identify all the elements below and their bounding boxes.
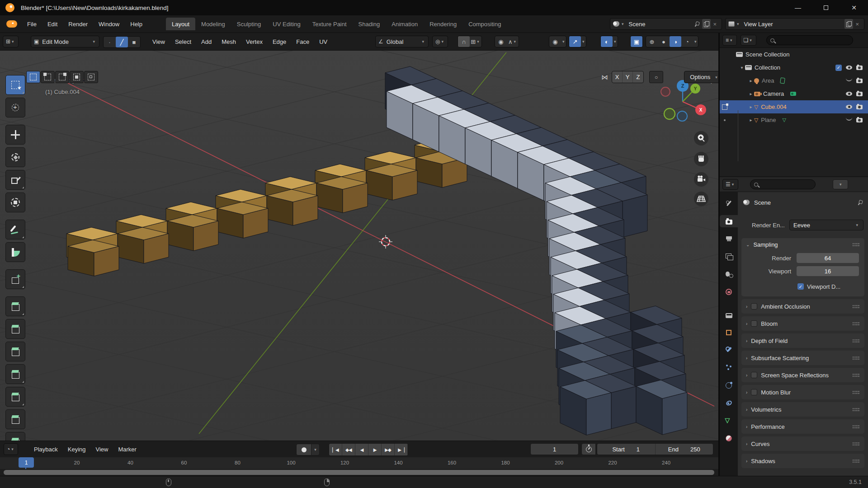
tool-transform[interactable]	[5, 192, 25, 212]
outliner-row-area[interactable]: ▸Area	[720, 74, 868, 87]
overlays-dropdown[interactable]: ▾	[614, 39, 616, 44]
workspace-tab-rendering[interactable]: Rendering	[424, 18, 462, 30]
timeline-menu-marker[interactable]: Marker	[113, 443, 141, 455]
drag-handle-icon[interactable]	[852, 425, 860, 429]
viewport-denoise-checkbox[interactable]: ✓	[797, 283, 804, 290]
timeline-menu-view[interactable]: View	[91, 443, 113, 455]
camera-visibility-icon[interactable]	[856, 118, 863, 122]
drag-handle-icon[interactable]	[852, 373, 860, 377]
menu-help[interactable]: Help	[125, 18, 148, 30]
next-keyframe-button[interactable]: ▶◆	[382, 444, 395, 455]
tool-rotate[interactable]	[5, 147, 25, 167]
pickaxe-handle[interactable]	[66, 139, 467, 276]
start-frame-field[interactable]: Start 1	[597, 444, 656, 455]
menu-edit[interactable]: Edit	[42, 18, 63, 30]
properties-tab-collection[interactable]	[720, 309, 738, 321]
drag-handle-icon[interactable]	[852, 339, 860, 343]
viewport-canvas[interactable]: ZYX User Perspective (1) Cube.004 ‹ ⋈ XY…	[0, 51, 718, 441]
eye-open-icon[interactable]	[846, 105, 852, 109]
workspace-tab-texture-paint[interactable]: Texture Paint	[307, 18, 353, 30]
current-frame-field[interactable]: 1	[530, 443, 579, 455]
options-dropdown[interactable]: Options▾	[684, 71, 718, 83]
properties-tab-particles[interactable]	[720, 361, 738, 374]
viewport-menu-select[interactable]: Select	[170, 36, 196, 47]
visibility-dropdown[interactable]: ◉▾	[549, 36, 566, 47]
timeline-ruler[interactable]: 20406080100120140160180200220240 1	[0, 457, 718, 469]
tool-add-cube[interactable]	[5, 269, 25, 289]
proportional-falloff-dropdown[interactable]: ∧▾	[507, 36, 519, 47]
viewport-menu-face[interactable]: Face	[291, 36, 314, 47]
properties-tab-constraints[interactable]	[720, 397, 738, 409]
workspace-tab-uv-editing[interactable]: UV Editing	[267, 18, 306, 30]
outliner-row-collection[interactable]: ▾Collection✓	[720, 61, 868, 74]
menu-file[interactable]: File	[22, 18, 42, 30]
expand-arrow[interactable]: ▸	[748, 78, 754, 83]
outliner-filter-button[interactable]: ❏▾	[741, 35, 756, 46]
viewport-menu-uv[interactable]: UV	[314, 36, 332, 47]
mirror-y-button[interactable]: Y	[623, 71, 633, 83]
close-button[interactable]: ✕	[840, 0, 868, 15]
transform-orientation-dropdown[interactable]: ∠ Global ▾	[375, 36, 429, 47]
workspace-tab-sculpting[interactable]: Sculpting	[231, 18, 267, 30]
properties-tab-material[interactable]	[720, 432, 738, 444]
snap-target-dropdown[interactable]: ⊞▾	[470, 36, 481, 47]
tool-select-box[interactable]	[5, 75, 25, 95]
sampling-panel-header[interactable]: ⌄ Sampling	[741, 238, 864, 251]
view-layer-selector[interactable]: ▾ View Layer ×	[725, 18, 864, 30]
outliner-row-plane[interactable]: ▸▽Plane▽	[720, 113, 868, 127]
outliner-search-field[interactable]	[766, 35, 853, 45]
wireframe-shading-button[interactable]: ⊕	[646, 36, 658, 47]
remove-view-layer-button[interactable]: ×	[853, 21, 861, 28]
pin-icon[interactable]	[694, 21, 699, 27]
eye-closed-icon[interactable]	[846, 78, 852, 81]
proportional-edit-toggle[interactable]: ◉	[495, 36, 507, 47]
eye-closed-icon[interactable]	[846, 117, 852, 121]
jump-to-end-button[interactable]: ▶▕	[395, 444, 408, 455]
mirror-x-button[interactable]: X	[612, 71, 623, 83]
timeline-menu-playback[interactable]: Playback	[29, 443, 63, 455]
menu-window[interactable]: Window	[93, 18, 125, 30]
blender-menu-icon[interactable]	[6, 20, 17, 28]
drag-handle-icon[interactable]	[852, 459, 860, 463]
workspace-tab-compositing[interactable]: Compositing	[462, 18, 507, 30]
unlink-scene-button[interactable]: ×	[711, 21, 719, 28]
properties-editor-type-button[interactable]: ☰▾	[722, 179, 738, 190]
properties-tab-modifiers[interactable]	[720, 344, 738, 356]
tool-inset-faces[interactable]	[5, 319, 25, 339]
maximize-button[interactable]	[812, 0, 840, 15]
vertex-select-button[interactable]: ∙	[104, 37, 116, 47]
drag-handle-icon[interactable]	[852, 390, 860, 394]
proportional-projected-button[interactable]: ○	[649, 71, 663, 83]
properties-tab-output[interactable]	[720, 233, 738, 245]
camera-visibility-icon[interactable]	[856, 79, 863, 83]
properties-tab-scene[interactable]	[720, 268, 738, 280]
playhead[interactable]: 1	[19, 457, 34, 468]
zoom-button[interactable]	[694, 131, 708, 145]
panel-checkbox[interactable]	[751, 372, 757, 378]
show-gizmo-button[interactable]: ↗	[569, 36, 581, 47]
edge-select-button[interactable]: ╱	[116, 37, 128, 47]
drag-handle-icon[interactable]	[852, 305, 860, 309]
expand-arrow[interactable]: ▾	[739, 65, 745, 70]
play-button[interactable]: ▶	[368, 444, 382, 455]
render-engine-dropdown[interactable]: Eevee ▾	[789, 220, 863, 230]
menu-render[interactable]: Render	[63, 18, 93, 30]
camera-visibility-icon[interactable]	[856, 66, 863, 70]
toggle-ortho-button[interactable]	[694, 192, 708, 206]
jump-to-start-button[interactable]: ▏◀	[329, 444, 342, 455]
tool-cursor[interactable]	[5, 98, 25, 117]
tool-spin[interactable]	[5, 432, 25, 441]
auto-keying-button[interactable]	[296, 444, 311, 455]
camera-view-button[interactable]	[694, 172, 708, 187]
viewport-menu-edge[interactable]: Edge	[268, 36, 291, 47]
expand-arrow[interactable]: ▸	[748, 104, 754, 109]
end-frame-field[interactable]: End 250	[656, 444, 713, 455]
tool-annotate[interactable]	[5, 220, 25, 239]
shading-dropdown[interactable]: ▾	[694, 39, 697, 44]
camera-visibility-icon[interactable]	[856, 105, 863, 109]
drag-handle-icon[interactable]	[852, 243, 860, 247]
panel-checkbox[interactable]	[751, 320, 757, 327]
camera-visibility-icon[interactable]	[856, 92, 863, 96]
new-scene-button[interactable]	[702, 19, 711, 29]
pickaxe-head[interactable]	[385, 66, 687, 435]
